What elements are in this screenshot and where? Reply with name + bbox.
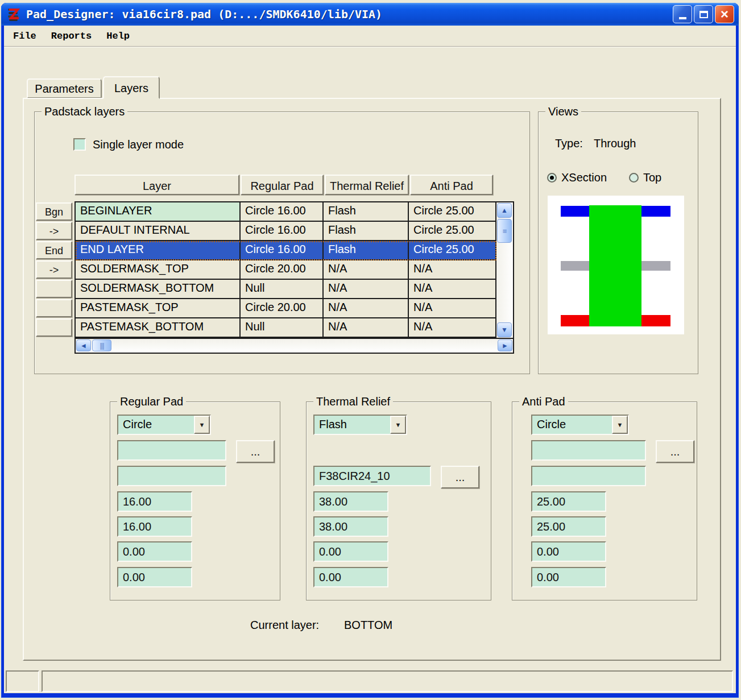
row-button-bgn[interactable]: Bgn (36, 202, 72, 221)
radio-xsection[interactable]: XSection (547, 171, 607, 184)
anti-offset-y-field[interactable] (531, 567, 606, 587)
cell-layer[interactable]: PASTEMASK_TOP (76, 299, 241, 317)
column-header-layer[interactable]: Layer (74, 175, 239, 195)
cell-regular-pad[interactable]: Circle 16.00 (241, 202, 324, 221)
regular-offset-x-field[interactable] (117, 541, 192, 562)
regular-flash-field[interactable] (117, 466, 226, 486)
end-layer-pad-right (641, 315, 670, 326)
row-button-blank[interactable] (36, 299, 72, 317)
anti-height-field[interactable] (531, 516, 606, 537)
status-panel-left (6, 670, 39, 692)
table-row[interactable]: PASTEMASK_BOTTOM Null N/A N/A (76, 318, 496, 338)
cell-thermal-relief[interactable]: N/A (324, 260, 409, 279)
dropdown-arrow-icon[interactable]: ▼ (390, 416, 406, 434)
anti-flash-field[interactable] (531, 466, 646, 486)
anti-shape-browse-button[interactable]: ... (656, 440, 694, 463)
anti-shape-field[interactable] (531, 440, 646, 461)
cell-regular-pad[interactable]: Circle 20.00 (241, 260, 324, 279)
tab-parameters[interactable]: Parameters (27, 78, 102, 98)
row-button-arrow[interactable]: -> (36, 222, 72, 240)
cell-anti-pad[interactable]: Circle 25.00 (409, 202, 496, 221)
scroll-down-icon[interactable]: ▼ (497, 322, 512, 337)
scroll-left-icon[interactable]: ◄ (76, 339, 91, 351)
thermal-geometry-select[interactable]: Flash ▼ (313, 415, 407, 435)
cell-layer[interactable]: END LAYER (76, 241, 241, 259)
menu-help[interactable]: Help (101, 28, 135, 44)
dropdown-arrow-icon[interactable]: ▼ (612, 416, 628, 434)
vertical-scrollbar[interactable]: ▲ ≡ ▼ (496, 202, 513, 338)
regular-shape-field[interactable] (117, 440, 226, 461)
cell-thermal-relief[interactable]: N/A (324, 299, 409, 317)
row-button-arrow[interactable]: -> (36, 260, 72, 279)
row-button-blank[interactable] (36, 318, 72, 337)
cell-thermal-relief[interactable]: N/A (324, 280, 409, 298)
cell-regular-pad[interactable]: Null (241, 318, 324, 337)
row-button-blank[interactable] (36, 280, 72, 298)
thermal-flash-field[interactable] (313, 466, 431, 486)
anti-geometry-select[interactable]: Circle ▼ (531, 415, 629, 435)
menu-file[interactable]: File (7, 28, 42, 44)
cell-anti-pad[interactable]: N/A (409, 260, 496, 279)
thermal-flash-browse-button[interactable]: ... (441, 466, 479, 488)
scroll-up-icon[interactable]: ▲ (497, 203, 512, 218)
menu-bar: File Reports Help (4, 26, 736, 47)
maximize-button[interactable] (694, 5, 713, 23)
regular-offset-y-field[interactable] (117, 567, 192, 587)
radio-top[interactable]: Top (629, 171, 661, 184)
cell-anti-pad[interactable]: Circle 25.00 (409, 222, 496, 240)
regular-pad-group: Regular Pad Circle ▼ ... (110, 401, 280, 600)
regular-width-field[interactable] (117, 491, 192, 512)
column-header-anti-pad[interactable]: Anti Pad (410, 175, 493, 195)
horizontal-scrollbar[interactable]: ◄ ||| ► (76, 338, 513, 353)
column-header-thermal-relief[interactable]: Thermal Relief (325, 175, 409, 195)
title-bar[interactable]: Pad_Designer: via16cir8.pad (D:.../SMDK6… (1, 3, 739, 26)
table-row[interactable]: PASTEMASK_TOP Circle 20.00 N/A N/A (76, 299, 496, 318)
cell-thermal-relief[interactable]: N/A (324, 318, 409, 337)
regular-geometry-select[interactable]: Circle ▼ (117, 415, 211, 435)
thermal-offset-x-field[interactable] (313, 541, 388, 562)
cell-layer[interactable]: BEGINLAYER (76, 202, 241, 221)
cell-layer[interactable]: SOLDERMASK_BOTTOM (76, 280, 241, 298)
cell-regular-pad[interactable]: Null (241, 280, 324, 298)
thermal-width-field[interactable] (313, 491, 388, 512)
cell-regular-pad[interactable]: Circle 20.00 (241, 299, 324, 317)
cell-anti-pad[interactable]: N/A (409, 280, 496, 298)
cell-regular-pad[interactable]: Circle 16.00 (241, 222, 324, 240)
menu-reports[interactable]: Reports (45, 28, 97, 44)
single-layer-mode-checkbox[interactable] (73, 138, 86, 151)
table-row[interactable]: BEGINLAYER Circle 16.00 Flash Circle 25.… (76, 202, 496, 222)
close-button[interactable]: × (715, 5, 734, 23)
regular-shape-browse-button[interactable]: ... (236, 440, 275, 463)
cell-anti-pad[interactable]: Circle 25.00 (409, 241, 496, 259)
dropdown-arrow-icon[interactable]: ▼ (194, 416, 210, 434)
cell-regular-pad[interactable]: Circle 16.00 (241, 241, 324, 259)
anti-offset-x-field[interactable] (531, 541, 606, 562)
anti-width-field[interactable] (531, 491, 606, 512)
cell-thermal-relief[interactable]: Flash (324, 202, 409, 221)
cell-layer[interactable]: SOLDERMASK_TOP (76, 260, 241, 279)
table-row[interactable]: SOLDERMASK_BOTTOM Null N/A N/A (76, 280, 496, 299)
thermal-height-field[interactable] (313, 516, 388, 537)
minimize-button[interactable] (673, 5, 692, 23)
regular-height-field[interactable] (117, 516, 192, 537)
cell-anti-pad[interactable]: N/A (409, 299, 496, 317)
cell-anti-pad[interactable]: N/A (409, 318, 496, 337)
padstack-layers-table: BEGINLAYER Circle 16.00 Flash Circle 25.… (74, 201, 514, 354)
cell-thermal-relief[interactable]: Flash (324, 241, 409, 259)
cell-thermal-relief[interactable]: Flash (324, 222, 409, 240)
column-header-regular-pad[interactable]: Regular Pad (241, 175, 324, 195)
horizontal-scroll-thumb[interactable]: ||| (92, 339, 111, 351)
vertical-scroll-thumb[interactable]: ≡ (497, 219, 512, 243)
scroll-right-icon[interactable]: ► (498, 339, 512, 351)
row-button-end[interactable]: End (36, 241, 72, 259)
tab-layers[interactable]: Layers (103, 76, 160, 99)
table-row[interactable]: SOLDERMASK_TOP Circle 20.00 N/A N/A (76, 260, 496, 280)
begin-layer-pad-right (641, 206, 670, 217)
cell-layer[interactable]: PASTEMASK_BOTTOM (76, 318, 241, 337)
table-row[interactable]: DEFAULT INTERNAL Circle 16.00 Flash Circ… (76, 222, 496, 241)
cell-layer[interactable]: DEFAULT INTERNAL (76, 222, 241, 240)
app-icon[interactable] (6, 6, 22, 22)
thermal-offset-y-field[interactable] (313, 567, 388, 587)
table-row-selected[interactable]: END LAYER Circle 16.00 Flash Circle 25.0… (76, 241, 496, 260)
anti-pad-group-title: Anti Pad (519, 395, 568, 408)
